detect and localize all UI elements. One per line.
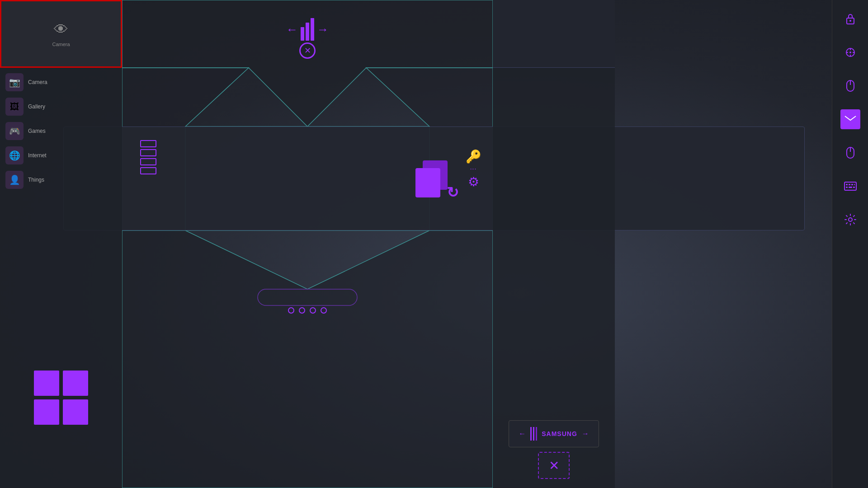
svg-rect-26 bbox=[853, 187, 855, 188]
left-panel: 👁 Camera 📷 Camera 🖼 Gallery 🎮 Games 🌐 In… bbox=[0, 0, 122, 307]
list-item[interactable]: 👤 Things bbox=[2, 169, 120, 191]
samsung-arrow-right: → bbox=[582, 430, 589, 438]
app-icon: 🎮 bbox=[5, 122, 24, 140]
transfer-bars bbox=[301, 18, 314, 41]
battery-icon bbox=[140, 140, 156, 174]
sidebar-crosshair-icon[interactable] bbox=[840, 42, 860, 62]
right-sidebar bbox=[832, 0, 868, 488]
file-page-front bbox=[415, 168, 440, 197]
svg-point-7 bbox=[849, 20, 851, 22]
right-top-bar bbox=[493, 0, 615, 68]
list-item[interactable]: 📷 Camera bbox=[2, 71, 120, 93]
right-area bbox=[493, 0, 615, 307]
dot-3 bbox=[310, 307, 316, 314]
svg-rect-16 bbox=[845, 115, 856, 123]
top-left-icon-area: 👁 Camera bbox=[52, 21, 70, 47]
key-gear-icon: 🔑 ··· ⚙ bbox=[466, 149, 481, 189]
progress-dots-area bbox=[122, 307, 493, 314]
svg-point-27 bbox=[849, 218, 852, 221]
sidebar-mouse-icon[interactable] bbox=[840, 76, 860, 96]
samsung-label: SAMSUNG bbox=[542, 430, 577, 437]
bar-2 bbox=[306, 23, 309, 41]
sidebar-gear-icon[interactable] bbox=[840, 210, 860, 230]
app-label: Gallery bbox=[28, 103, 45, 110]
app-label: Games bbox=[28, 128, 46, 134]
sidebar-envelope-icon[interactable] bbox=[840, 109, 860, 129]
dot-2 bbox=[299, 307, 305, 314]
sidebar-mouse2-icon[interactable] bbox=[840, 143, 860, 163]
app-list: 📷 Camera 🖼 Gallery 🎮 Games 🌐 Internet 👤 … bbox=[0, 68, 122, 307]
battery-area bbox=[140, 140, 156, 174]
svg-rect-20 bbox=[846, 184, 848, 185]
bar-1 bbox=[301, 27, 304, 41]
bar bbox=[533, 427, 534, 441]
progress-dots bbox=[288, 307, 327, 314]
app-icon: 📷 bbox=[5, 73, 24, 91]
svg-point-13 bbox=[849, 52, 851, 53]
battery-cell-3 bbox=[140, 158, 156, 165]
svg-rect-22 bbox=[851, 184, 853, 185]
close-area: ✕ bbox=[538, 452, 570, 479]
app-label: Internet bbox=[28, 152, 47, 159]
svg-rect-21 bbox=[849, 184, 850, 185]
dots-divider: ··· bbox=[470, 167, 476, 172]
bar bbox=[530, 427, 532, 441]
svg-rect-24 bbox=[846, 187, 848, 188]
sidebar-keyboard-icon[interactable] bbox=[840, 176, 860, 196]
copy-arrow-icon: ↻ bbox=[447, 184, 459, 201]
samsung-arrow-left: ← bbox=[519, 430, 526, 438]
svg-rect-23 bbox=[854, 184, 855, 185]
transfer-arrows: ← → bbox=[286, 18, 329, 41]
file-copy-icon: ↻ bbox=[414, 158, 454, 199]
recovery-label: Recovery bbox=[3, 334, 169, 405]
svg-rect-25 bbox=[849, 187, 852, 188]
close-button[interactable]: ✕ bbox=[538, 452, 570, 479]
samsung-bars bbox=[530, 427, 537, 441]
top-left-box: 👁 Camera bbox=[0, 0, 122, 68]
center-main-panel: ↻ bbox=[63, 127, 805, 230]
list-item[interactable]: 🎮 Games bbox=[2, 120, 120, 142]
app-label: Camera bbox=[28, 79, 47, 85]
transfer-icon: ← → ✕ bbox=[286, 18, 329, 59]
battery-cell-2 bbox=[140, 149, 156, 156]
svg-rect-19 bbox=[844, 182, 856, 190]
arrow-right-icon: → bbox=[317, 23, 329, 37]
list-item[interactable]: 🖼 Gallery bbox=[2, 96, 120, 117]
app-label: Things bbox=[28, 177, 44, 183]
bar bbox=[536, 427, 537, 441]
app-icon: 🌐 bbox=[5, 146, 24, 164]
bar-3 bbox=[311, 18, 314, 41]
dot-4 bbox=[321, 307, 327, 314]
key-icon: 🔑 bbox=[466, 149, 481, 164]
top-center-area: ← → ✕ bbox=[122, 9, 493, 68]
top-left-label: Camera bbox=[52, 42, 70, 47]
battery-cell-4 bbox=[140, 167, 156, 174]
background bbox=[0, 0, 868, 488]
samsung-button[interactable]: ← SAMSUNG → bbox=[509, 420, 599, 447]
arrow-left-icon: ← bbox=[286, 23, 298, 37]
battery-cell-1 bbox=[140, 140, 156, 147]
app-icon: 🖼 bbox=[5, 98, 24, 116]
cancel-circle-icon[interactable]: ✕ bbox=[299, 42, 316, 59]
bottom-right-area: ← SAMSUNG → ✕ bbox=[493, 307, 615, 488]
sidebar-lock-icon[interactable] bbox=[840, 9, 860, 29]
list-item[interactable]: 🌐 Internet bbox=[2, 145, 120, 166]
dot-1 bbox=[288, 307, 294, 314]
app-icon: 👤 bbox=[5, 171, 24, 189]
close-x-icon: ✕ bbox=[549, 458, 559, 473]
gear-settings-icon: ⚙ bbox=[468, 174, 479, 189]
key-gear-area: 🔑 ··· ⚙ bbox=[466, 149, 481, 189]
